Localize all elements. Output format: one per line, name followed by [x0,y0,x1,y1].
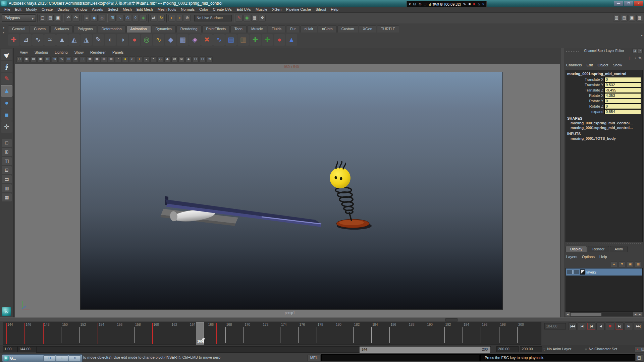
channel-box-menu-show[interactable]: Show [613,63,622,67]
shelf-lattice-icon[interactable]: ▦ [177,34,189,46]
field-chart-icon[interactable]: ▦ [94,56,100,62]
channel-manipulator-icon[interactable]: ✛ [628,56,632,61]
shelf-tab-fur[interactable]: Fur [286,25,300,33]
overlay-record-icon[interactable]: ■ [469,1,471,7]
shelf-dope-sheet-icon[interactable]: ▤ [225,34,237,46]
lasso-select-tool[interactable]: ∮ [1,61,12,72]
range-slider-range[interactable]: 144 200 [360,347,490,353]
shelf-tab-nhair[interactable]: nHair [301,25,317,33]
shelf-pin-icon[interactable]: ● [274,34,285,46]
channelbox-close-icon[interactable]: × [638,49,643,53]
menu-edit-mesh[interactable]: Edit Mesh [134,7,155,12]
select-object-icon[interactable]: ◆ [91,15,98,21]
panel-menu-show[interactable]: Show [72,50,87,55]
paint-effects-icon[interactable]: ✎ [236,15,243,21]
shelf-tab-fluids[interactable]: Fluids [268,25,285,33]
last-tool-used[interactable]: ✛ [1,121,12,133]
step-back-key-button[interactable]: |◀ [587,322,595,330]
shelf-select-by-name-icon[interactable]: ✚ [8,34,19,46]
scroll-left-icon[interactable]: ◀ [566,312,570,316]
shelf-trax-icon[interactable]: ▥ [237,34,249,46]
default-material-icon[interactable]: ◎ [178,56,184,62]
menu-muscle[interactable]: Muscle [253,7,270,12]
layer-tab-display[interactable]: Display [566,246,587,252]
overlay-menu-icon[interactable]: ▾ [409,1,411,7]
layer-visibility-checkbox[interactable] [567,270,573,274]
shelf-detach-skin-icon[interactable]: ◮ [80,34,92,46]
layer-menu-help[interactable]: Help [599,255,607,259]
persp-outliner-layout-button[interactable]: ◫ [2,157,12,165]
scale-tool[interactable]: ■ [1,109,12,121]
select-camera-icon[interactable]: ▢ [16,56,22,62]
frame-rate-icon[interactable]: ◔ [115,56,121,62]
shaded-icon[interactable]: ◆ [164,56,170,62]
layer-playback-checkbox[interactable] [574,270,579,274]
shelf-blend-shape-icon[interactable]: ◈ [189,34,201,46]
shelf-menu-icon[interactable]: ▸ [3,31,5,34]
new-layer-from-selected-icon[interactable]: ▦ [635,261,641,267]
gate-mask-icon[interactable]: ▩ [87,56,93,62]
isolate-select-icon[interactable]: ⊡ [193,56,199,62]
menu-edit[interactable]: Edit [13,7,24,12]
selected-object-name[interactable]: moxing_0001:spring_mid_control [567,72,642,76]
playback-end-field[interactable]: 200.00 [496,346,519,352]
shelf-ik-handle-icon[interactable]: ∿ [32,34,44,46]
shelf-snap-together-icon[interactable]: ✚ [262,34,273,46]
shelf-tab-animation[interactable]: Animation [126,25,151,33]
panel-menu-shading[interactable]: Shading [32,50,51,55]
more-layouts-button[interactable]: ▦ [2,193,12,201]
menu-mesh[interactable]: Mesh [120,7,134,12]
channel-box-menu-object[interactable]: Object [597,63,608,67]
menu-bifrost[interactable]: Bifrost [313,7,328,12]
shelf-options-icon[interactable]: ▾ [641,34,643,37]
textured-icon[interactable]: ▨ [171,56,177,62]
taskbar-maximize-button[interactable]: □ [56,355,68,361]
save-scene-icon[interactable]: ▣ [55,15,61,21]
shelf-paint-weights-icon[interactable]: ✎ [93,34,104,46]
shelf-tab-toggle-icon[interactable]: ▾ [3,26,5,29]
grid-icon[interactable]: ⊞ [66,56,72,62]
menu-pipeline-cache[interactable]: Pipeline Cache [284,7,313,12]
wireframe-icon[interactable]: ◇ [157,56,163,62]
shelf-bind-skin-icon[interactable]: ◭ [68,34,80,46]
animation-end-field[interactable]: 200.00 [520,346,542,352]
command-line-input[interactable] [321,354,480,361]
motion-blur-icon[interactable]: ◒ [143,56,149,62]
persp-uv-layout-button[interactable]: ▥ [2,184,12,192]
select-component-icon[interactable]: ◇ [99,15,105,21]
toggle-tool-settings-icon[interactable]: ▣ [629,15,635,21]
overlay-pencil-icon[interactable]: ✎ [463,1,466,7]
layer-menu-layers[interactable]: Layers [566,255,577,259]
shelf-tab-ncloth[interactable]: nCloth [318,25,337,33]
mel-toggle-button[interactable]: MEL [307,355,321,361]
snap-curve-icon[interactable]: ∿ [117,15,123,21]
menu-create[interactable]: Create [39,7,55,12]
channel-value-field[interactable]: 0 [604,77,641,82]
panel-menu-renderer[interactable]: Renderer [88,50,108,55]
step-back-frame-button[interactable]: |◀ [578,322,586,330]
shelf-tab-general[interactable]: General [8,25,29,33]
node-editor-icon[interactable]: ❖ [259,15,266,21]
film-gate-icon[interactable]: ▱ [73,56,79,62]
make-live-icon[interactable]: ◈ [140,15,147,21]
new-scene-icon[interactable]: ▢ [39,15,46,21]
channel-value-field[interactable]: 9.532 [604,82,641,87]
safe-title-icon[interactable]: ▤ [108,56,114,62]
scrollbar-track[interactable] [602,312,633,316]
exposure-icon[interactable]: ⊚ [207,56,213,62]
menu-normals[interactable]: Normals [178,7,197,12]
shelf-graph-editor-icon[interactable]: ∿ [213,34,225,46]
anim-layer-dropdown[interactable]: ▽No Anim Layer [543,346,571,352]
shelf-constraint-icon[interactable]: ✖ [201,34,213,46]
overlay-zoom-icon[interactable]: ⊕ [419,1,422,7]
shelf-tab-toon[interactable]: Toon [230,25,247,33]
bookmarks-icon[interactable]: ▣ [38,56,44,62]
menu-create-uvs[interactable]: Create UVs [210,7,234,12]
channel-speed-icon[interactable]: ◔ [634,56,636,61]
taskbar-close-button[interactable]: × [69,355,81,361]
scrollbar-thumb[interactable] [571,313,601,316]
channel-value-field[interactable]: 0.854 [604,109,641,114]
hypershade-persp-layout-button[interactable]: ▤ [2,175,12,183]
overlay-stop-icon[interactable]: ■ [473,1,476,7]
toggle-channel-box-icon[interactable]: ▦ [636,15,643,21]
